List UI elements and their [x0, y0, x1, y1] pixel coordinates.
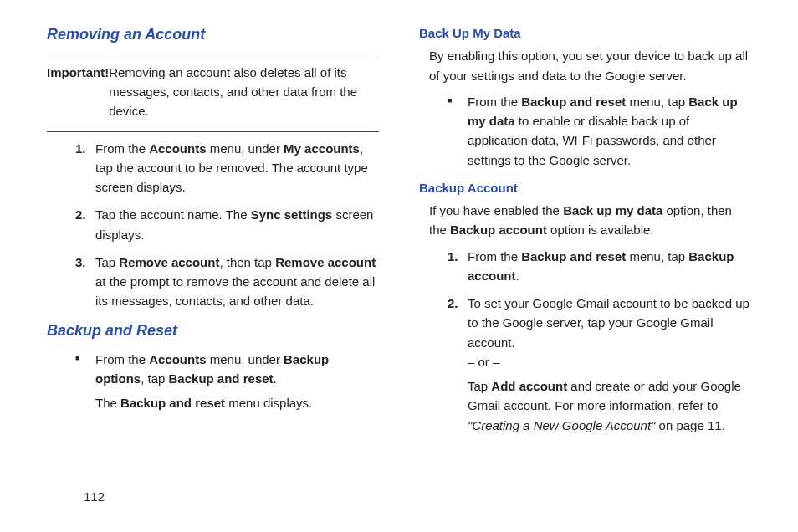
rule-top [47, 54, 379, 54]
or-separator: – or – [468, 352, 751, 371]
important-label: Important! [47, 63, 109, 82]
step-3: Tap Remove account, then tap Remove acco… [95, 253, 379, 311]
bold: Accounts [149, 352, 206, 366]
backup-account-intro: If you have enabled the Back up my data … [419, 201, 751, 240]
heading-backup-account: Backup Account [419, 178, 751, 197]
text: , tap [141, 371, 168, 386]
text: at the prompt to remove the account and … [95, 274, 375, 308]
reference-link: "Creating a New Google Account" [468, 418, 655, 432]
bold: Back up my data [563, 203, 662, 217]
bold: Backup and reset [521, 249, 626, 263]
important-text: Removing an account also deletes all of … [109, 63, 379, 121]
text: menu, under [207, 352, 284, 366]
text: From the [95, 352, 149, 366]
text: Tap [468, 379, 491, 393]
bold: Backup and reset [120, 396, 225, 410]
bold: Backup account [450, 223, 547, 237]
step-1: From the Backup and reset menu, tap Back… [468, 247, 751, 286]
backup-account-steps: From the Backup and reset menu, tap Back… [419, 247, 751, 435]
bold: Backup and reset [169, 371, 274, 386]
heading-backup-reset: Backup and Reset [47, 320, 379, 343]
text: menu, under [207, 141, 284, 156]
bold: Sync settings [251, 207, 333, 222]
step-2: To set your Google Gmail account to be b… [468, 294, 751, 435]
important-note: Important! Removing an account also dele… [47, 56, 379, 130]
bullet-line2: The Backup and reset menu displays. [95, 393, 379, 412]
bullet-item: From the Backup and reset menu, tap Back… [468, 92, 751, 170]
text: The [95, 396, 120, 410]
heading-backup-my-data: Back Up My Data [419, 23, 751, 43]
text: on page 11. [655, 418, 724, 432]
bold: Remove account [119, 255, 219, 269]
text: menu displays. [225, 396, 312, 410]
left-column: Removing an Account Important! Removing … [47, 20, 379, 443]
text: option is available. [547, 223, 654, 237]
step-2-alt: Tap Add account and create or add your G… [468, 376, 751, 435]
text: , then tap [219, 255, 275, 269]
text: Tap [95, 255, 119, 269]
bold: Remove account [275, 255, 376, 269]
bold: Add account [491, 379, 567, 393]
page-number: 112 [84, 489, 105, 504]
bullet-item: From the Accounts menu, under Backup opt… [95, 350, 379, 413]
text: If you have enabled the [429, 203, 563, 217]
text: From the [468, 249, 521, 263]
backup-my-data-bullet: From the Backup and reset menu, tap Back… [419, 92, 751, 170]
text: . [516, 269, 519, 283]
text: From the [95, 141, 149, 156]
text: . [274, 371, 277, 386]
step-1: From the Accounts menu, under My account… [95, 139, 379, 197]
bold: Accounts [149, 141, 206, 156]
heading-removing-account: Removing an Account [47, 23, 379, 47]
text: To set your Google Gmail account to be b… [468, 294, 751, 352]
text: menu, tap [626, 249, 688, 263]
removing-steps: From the Accounts menu, under My account… [47, 139, 379, 311]
bold: My accounts [284, 141, 360, 156]
text: Tap the account name. The [95, 207, 251, 222]
text: menu, tap [626, 95, 688, 109]
backup-my-data-intro: By enabling this option, you set your de… [419, 46, 751, 85]
backup-reset-bullet: From the Accounts menu, under Backup opt… [47, 350, 379, 413]
rule-bottom [47, 131, 379, 132]
right-column: Back Up My Data By enabling this option,… [419, 20, 751, 443]
bold: Backup and reset [521, 95, 626, 109]
step-2: Tap the account name. The Sync settings … [95, 205, 379, 244]
text: From the [468, 95, 521, 109]
